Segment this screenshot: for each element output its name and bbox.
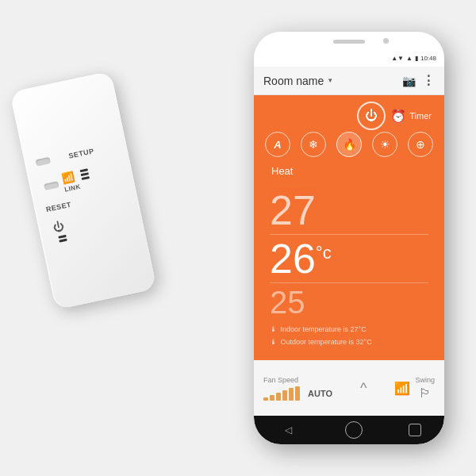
temp-above-value: 27 bbox=[270, 187, 316, 233]
power-button[interactable]: ⏻ bbox=[357, 102, 386, 130]
status-icons: ▲▼ ▲ ▮ 10:48 bbox=[391, 55, 436, 62]
fan-bar-1 bbox=[263, 397, 268, 401]
header-icons: 📷 ⋮ bbox=[402, 73, 435, 88]
status-bar: ▲▼ ▲ ▮ 10:48 bbox=[254, 49, 444, 67]
android-nav-bar: ◁ bbox=[254, 416, 444, 444]
setup-button[interactable] bbox=[36, 157, 51, 167]
speaker bbox=[333, 40, 365, 44]
app-content: ⏻ ⏰ Timer A ❄ 🔥 bbox=[254, 95, 444, 416]
fan-bar-5 bbox=[289, 388, 294, 401]
swing-section: Swing 🏳 bbox=[415, 376, 435, 401]
scene: SETUP 📶 LINK RESET bbox=[16, 16, 460, 460]
reset-label: RESET bbox=[45, 201, 72, 214]
setup-label: SETUP bbox=[68, 147, 95, 160]
recents-button[interactable] bbox=[409, 424, 421, 436]
fan-bar-4 bbox=[282, 390, 287, 401]
room-name-text: Room name bbox=[263, 75, 324, 87]
chevron-down-icon: ▼ bbox=[327, 77, 333, 84]
heat-mode-button[interactable]: 🔥 bbox=[336, 132, 362, 157]
mode-icons-row: A ❄ 🔥 ☀ ⊕ bbox=[254, 132, 444, 160]
sun-icon: ☀ bbox=[380, 138, 390, 151]
outdoor-temp-text: Outdoor temperature is 32°C bbox=[281, 338, 372, 346]
outdoor-temp-info: 🌡 Outdoor temperature is 32°C bbox=[270, 336, 428, 348]
auto-mode-button[interactable]: A bbox=[265, 132, 290, 157]
wifi-status-icon: ▲ bbox=[406, 55, 413, 62]
phone: ▲▼ ▲ ▮ 10:48 Room name ▼ 📷 ⋮ bbox=[254, 32, 444, 444]
wifi-bottom-icon: 📶 bbox=[394, 381, 410, 396]
more-icon[interactable]: ⋮ bbox=[422, 73, 435, 88]
fan-mode-button[interactable]: ⊕ bbox=[408, 132, 433, 157]
temp-unit: °c bbox=[316, 244, 332, 262]
temp-above: 27 bbox=[270, 190, 428, 231]
temp-below-value: 25 bbox=[270, 285, 305, 320]
wifi-swing-area: 📶 Swing 🏳 bbox=[394, 376, 435, 401]
camera-icon[interactable]: 📷 bbox=[402, 75, 416, 87]
power-button-icon: ⏻ bbox=[365, 109, 378, 123]
flame-icon: 🔥 bbox=[343, 138, 356, 151]
home-button[interactable] bbox=[345, 421, 363, 439]
wifi-dongle: SETUP 📶 LINK RESET bbox=[10, 71, 156, 310]
temp-current-display: 26 °c bbox=[270, 238, 428, 279]
temperature-section: 27 26 °c 25 🌡 Indoor temperature is 27°C bbox=[254, 178, 444, 360]
cool-mode-button[interactable]: ❄ bbox=[301, 132, 326, 157]
auto-icon: A bbox=[274, 139, 281, 151]
indoor-temp-text: Indoor temperature is 27°C bbox=[281, 325, 367, 333]
indoor-temp-info: 🌡 Indoor temperature is 27°C bbox=[270, 323, 428, 336]
heat-label: Heat bbox=[271, 165, 293, 177]
temp-current-value: 26 bbox=[270, 238, 316, 279]
bottom-control-bar: Fan Speed AUTO ^ bbox=[254, 360, 444, 416]
front-camera bbox=[383, 38, 389, 44]
fan-speed-label: Fan Speed bbox=[263, 376, 298, 384]
battery-icon: ▮ bbox=[415, 55, 418, 62]
sun-mode-button[interactable]: ☀ bbox=[372, 132, 397, 157]
fan-speed-section: Fan Speed AUTO bbox=[263, 376, 332, 401]
fan-bar-2 bbox=[270, 395, 274, 401]
auto-label: AUTO bbox=[308, 389, 332, 398]
time-display: 10:48 bbox=[420, 55, 436, 62]
timer-area[interactable]: ⏰ Timer bbox=[390, 109, 432, 124]
timer-label: Timer bbox=[409, 111, 432, 121]
swing-icon: 🏳 bbox=[419, 386, 432, 401]
wifi-icon: 📶 bbox=[61, 171, 76, 185]
fan-icon: ⊕ bbox=[416, 138, 425, 151]
chevron-up-area: ^ bbox=[360, 380, 367, 397]
reset-button[interactable] bbox=[44, 181, 59, 190]
fan-bar-6 bbox=[295, 386, 300, 401]
app-header: Room name ▼ 📷 ⋮ bbox=[254, 67, 444, 95]
chevron-up-icon: ^ bbox=[360, 380, 367, 397]
temp-below: 25 bbox=[270, 286, 428, 318]
timer-icon: ⏰ bbox=[390, 109, 406, 124]
back-button[interactable]: ◁ bbox=[277, 419, 299, 441]
room-name-area[interactable]: Room name ▼ bbox=[263, 75, 333, 87]
power-leds bbox=[58, 234, 67, 244]
link-label: LINK bbox=[63, 183, 81, 194]
back-icon: ◁ bbox=[285, 424, 292, 436]
fan-bar-3 bbox=[276, 393, 281, 401]
fan-speed-bars bbox=[263, 386, 300, 401]
temp-divider-top bbox=[270, 234, 428, 235]
power-icon: ⏻ bbox=[52, 219, 65, 234]
temp-divider-bottom bbox=[270, 282, 428, 283]
link-leds bbox=[79, 167, 90, 181]
swing-label: Swing bbox=[415, 376, 435, 384]
signal-icon: ▲▼ bbox=[391, 55, 404, 62]
snowflake-icon: ❄ bbox=[309, 138, 318, 151]
